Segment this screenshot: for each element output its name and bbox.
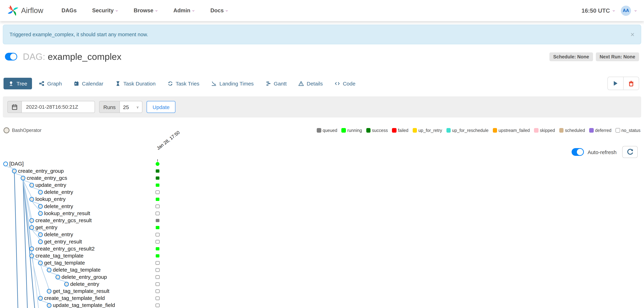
- tab-code[interactable]: Code: [330, 78, 360, 89]
- task-node-update-tag-template-field[interactable]: [47, 303, 51, 307]
- status-swatch-icon: [446, 128, 451, 133]
- warning-triangle-icon: [298, 81, 304, 86]
- dag-run-status-circle[interactable]: [156, 162, 160, 166]
- tab-label: Gantt: [274, 80, 286, 86]
- task-status-cell[interactable]: [156, 275, 160, 279]
- task-status-cell[interactable]: [156, 254, 160, 257]
- nav-item-label: Security: [92, 8, 114, 14]
- tab-gantt[interactable]: Gantt: [261, 78, 292, 89]
- user-menu[interactable]: AA: [621, 6, 637, 16]
- task-label: [DAG]: [9, 161, 24, 167]
- nav-item-admin[interactable]: Admin: [174, 8, 195, 14]
- schedule-badges: Schedule: None Next Run: None: [549, 52, 639, 61]
- task-status-cell[interactable]: [156, 169, 160, 173]
- nav-item-docs[interactable]: Docs: [210, 8, 228, 14]
- chevron-down-icon: ∨: [136, 105, 139, 109]
- update-button[interactable]: Update: [146, 101, 176, 113]
- task-node-DAG[interactable]: [4, 162, 8, 166]
- close-icon[interactable]: ×: [630, 31, 634, 38]
- refresh-button[interactable]: [622, 146, 638, 158]
- schedule-badge: Schedule: None: [549, 52, 593, 61]
- task-status-cell[interactable]: [156, 289, 160, 293]
- task-node-get-entry-result[interactable]: [38, 240, 42, 244]
- task-node-get-tag-template[interactable]: [38, 261, 42, 265]
- task-node-delete-entry[interactable]: [38, 232, 42, 237]
- task-status-cell[interactable]: [156, 297, 160, 300]
- nav-item-label: Browse: [134, 8, 154, 14]
- tab-task-duration[interactable]: Task Duration: [110, 78, 160, 89]
- dag-pause-toggle[interactable]: [5, 53, 17, 61]
- airflow-logo[interactable]: Airflow: [7, 5, 43, 17]
- task-label: lookup_entry_result: [44, 210, 90, 216]
- task-node-create-tag-template-field[interactable]: [38, 296, 42, 300]
- chevron-down-icon: [634, 10, 637, 12]
- task-node-create-entry-group[interactable]: [12, 169, 16, 173]
- task-status-cell[interactable]: [156, 198, 160, 201]
- auto-refresh-toggle[interactable]: [572, 148, 584, 156]
- task-node-create-entry-gcs-result2[interactable]: [30, 247, 34, 251]
- task-status-cell[interactable]: [156, 233, 160, 236]
- trash-icon: [628, 80, 634, 86]
- task-node-delete-entry[interactable]: [38, 204, 42, 208]
- task-status-cell[interactable]: [156, 282, 160, 286]
- task-status-cell[interactable]: [156, 212, 160, 215]
- nav-item-dags[interactable]: DAGs: [62, 8, 77, 14]
- task-status-cell[interactable]: [156, 183, 160, 187]
- clock-dropdown[interactable]: 16:50 UTC: [582, 7, 615, 14]
- nav-item-browse[interactable]: Browse: [134, 8, 158, 14]
- task-label: delete_entry: [44, 189, 73, 195]
- task-node-delete-entry[interactable]: [64, 282, 68, 286]
- tree-chart: [DAG]create_entry_groupcreate_entry_gcsu…: [0, 159, 644, 308]
- task-node-lookup-entry-result[interactable]: [38, 211, 42, 215]
- task-node-delete-tag-template[interactable]: [47, 268, 51, 272]
- trigger-alert: Triggered example_complex, it should sta…: [3, 25, 641, 44]
- task-node-create-entry-gcs-result[interactable]: [30, 218, 34, 222]
- task-status-cell[interactable]: [156, 247, 160, 250]
- chevron-down-icon: [192, 10, 195, 12]
- status-swatch-icon: [317, 128, 321, 133]
- tab-tree[interactable]: Tree: [4, 78, 32, 89]
- tab-graph[interactable]: Graph: [34, 78, 67, 89]
- tab-landing-times[interactable]: Landing Times: [206, 78, 258, 89]
- legend-status-running: running: [342, 128, 362, 133]
- legend-status-skipped: skipped: [534, 128, 555, 133]
- task-node-create-tag-template[interactable]: [30, 254, 34, 258]
- trigger-dag-button[interactable]: [608, 77, 623, 90]
- task-node-create-entry-gcs[interactable]: [21, 176, 25, 180]
- graph-icon: [39, 81, 44, 86]
- task-status-cell[interactable]: [156, 191, 160, 194]
- delete-dag-button[interactable]: [623, 77, 639, 90]
- calendar-addon[interactable]: [8, 101, 22, 113]
- status-swatch-icon: [559, 128, 564, 133]
- base-date-input[interactable]: [22, 101, 95, 113]
- tab-label: Task Tries: [176, 80, 199, 86]
- status-label: upstream_failed: [498, 128, 530, 133]
- task-node-delete-entry-group[interactable]: [56, 275, 60, 279]
- task-node-lookup-entry[interactable]: [30, 197, 34, 201]
- brand-name: Airflow: [21, 6, 43, 15]
- task-status-cell[interactable]: [156, 226, 160, 229]
- status-swatch-icon: [342, 128, 346, 133]
- nav-item-security[interactable]: Security: [92, 8, 118, 14]
- tab-calendar[interactable]: Calendar: [69, 78, 108, 89]
- task-status-cell[interactable]: [156, 261, 160, 264]
- task-node-update-entry[interactable]: [30, 183, 34, 187]
- num-runs-select[interactable]: 25 ∨: [120, 101, 142, 113]
- next-run-badge: Next Run: None: [596, 52, 639, 61]
- task-node-get-tag-template-result[interactable]: [47, 289, 51, 293]
- legend-status-upstream_failed: upstream_failed: [493, 128, 530, 133]
- task-status-cell[interactable]: [156, 240, 160, 243]
- task-status-cell[interactable]: [156, 304, 160, 307]
- task-status-cell[interactable]: [156, 268, 160, 271]
- task-status-cell[interactable]: [156, 176, 160, 180]
- task-node-delete-entry[interactable]: [38, 190, 42, 194]
- task-status-cell[interactable]: [156, 219, 160, 222]
- legend-status-up_for_reschedule: up_for_reschedule: [446, 128, 488, 133]
- task-node-get-entry[interactable]: [30, 225, 34, 229]
- legend-status-queued: queued: [317, 128, 337, 133]
- chevron-down-icon: [226, 10, 228, 12]
- tab-details[interactable]: Details: [294, 78, 328, 89]
- tab-task-tries[interactable]: Task Tries: [162, 78, 204, 89]
- task-status-cell[interactable]: [156, 205, 160, 208]
- status-legend: queuedrunningsuccessfailedup_for_retryup…: [317, 128, 641, 133]
